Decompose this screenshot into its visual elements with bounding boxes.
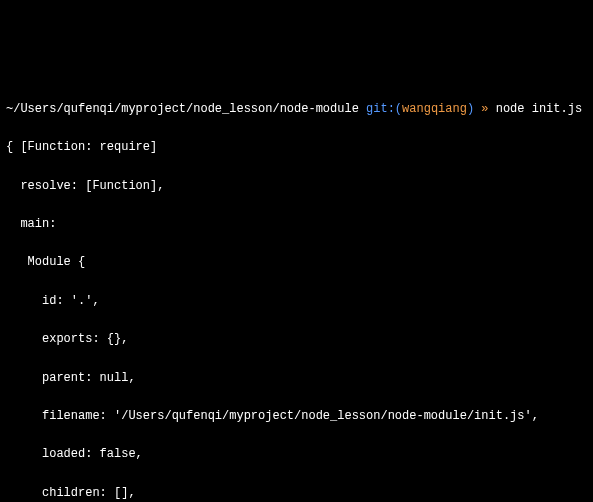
git-branch: wangqiang (402, 102, 467, 116)
command-text: node init.js (496, 102, 582, 116)
prompt-arrow: » (481, 102, 488, 116)
terminal-output: ~/Users/qufenqi/myproject/node_lesson/no… (6, 81, 587, 502)
output-line: parent: null, (6, 369, 587, 388)
git-suffix: ) (467, 102, 474, 116)
prompt-path: ~/Users/qufenqi/myproject/node_lesson/no… (6, 102, 359, 116)
output-line: main: (6, 215, 587, 234)
output-line: { [Function: require] (6, 138, 587, 157)
prompt-line: ~/Users/qufenqi/myproject/node_lesson/no… (6, 100, 587, 119)
output-line: children: [], (6, 484, 587, 502)
output-line: loaded: false, (6, 445, 587, 464)
output-line: Module { (6, 253, 587, 272)
output-line: filename: '/Users/qufenqi/myproject/node… (6, 407, 587, 426)
output-line: id: '.', (6, 292, 587, 311)
output-line: resolve: [Function], (6, 177, 587, 196)
output-line: exports: {}, (6, 330, 587, 349)
git-prefix: git:( (366, 102, 402, 116)
